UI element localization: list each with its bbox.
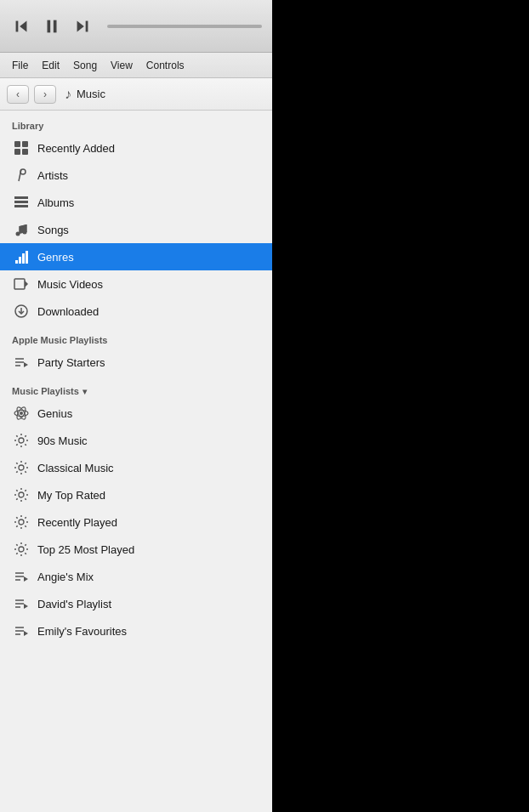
svg-point-37 [19,492,24,497]
library-section-header: Library [0,111,272,134]
classical-music-label: Classical Music [37,462,114,474]
genres-icon [12,247,31,266]
sidebar-item-genres[interactable]: Genres [0,243,272,270]
songs-label: Songs [37,224,69,236]
svg-point-35 [19,438,24,443]
svg-rect-22 [26,251,28,264]
itunes-window: File Edit Song View Controls ‹ › ♪ Music… [0,0,272,812]
mic-icon [12,166,31,185]
grid-icon [12,139,31,157]
sidebar-item-recently-played[interactable]: Recently Played [0,508,272,536]
menu-edit[interactable]: Edit [37,58,65,73]
nav-bar: ‹ › ♪ Music [0,78,272,111]
music-playlists-section-header[interactable]: Music Playlists ▾ [0,376,272,400]
sidebar-item-classical-music[interactable]: Classical Music [0,454,272,481]
svg-point-36 [19,465,24,470]
top-25-most-played-label: Top 25 Most Played [37,543,134,556]
recently-added-label: Recently Added [37,142,115,155]
sidebar: Library Recently Added Artists [0,111,272,812]
90s-music-label: 90s Music [37,434,88,447]
svg-marker-24 [25,281,28,287]
sidebar-item-artists[interactable]: Artists [0,162,272,189]
music-videos-label: Music Videos [37,278,103,291]
playlist-icon [12,353,31,372]
album-icon [12,193,31,212]
menu-controls[interactable]: Controls [141,58,190,73]
genres-label: Genres [37,251,74,264]
svg-rect-19 [15,260,18,264]
gear-icon-5 [12,540,31,559]
sidebar-item-emilys-favourites[interactable]: Emily's Favourites [0,617,272,644]
nav-back-button[interactable]: ‹ [7,85,29,104]
gear-icon-2 [12,458,31,477]
back-arrow-icon: ‹ [16,88,20,100]
my-top-rated-label: My Top Rated [37,489,105,502]
svg-rect-20 [19,257,21,264]
sidebar-item-top-25-most-played[interactable]: Top 25 Most Played [0,536,272,563]
sidebar-item-angies-mix[interactable]: Angie's Mix [0,563,272,590]
apple-music-section-header: Apple Music Playlists [0,325,272,349]
svg-marker-4 [77,20,84,31]
rewind-button[interactable] [10,15,32,37]
gear-icon-1 [12,431,31,450]
gear-icon-4 [12,513,31,531]
sidebar-item-songs[interactable]: Songs [0,216,272,243]
menu-view[interactable]: View [105,58,138,73]
sidebar-item-music-videos[interactable]: Music Videos [0,270,272,298]
svg-marker-47 [24,604,28,609]
svg-marker-51 [24,631,28,636]
svg-rect-14 [14,205,28,207]
sidebar-item-my-top-rated[interactable]: My Top Rated [0,481,272,508]
transport-bar [0,0,272,53]
davids-playlist-label: David's Playlist [37,598,111,610]
playlist-icon-3 [12,594,31,613]
atom-icon [12,404,31,423]
nav-forward-button[interactable]: › [34,85,56,104]
downloaded-label: Downloaded [37,305,99,318]
video-icon [12,275,31,293]
emilys-favourites-label: Emily's Favourites [37,625,127,638]
forward-arrow-icon: › [43,88,47,100]
forward-button[interactable] [71,15,94,37]
albums-label: Albums [37,196,74,209]
pause-button[interactable] [41,15,63,37]
sidebar-item-davids-playlist[interactable]: David's Playlist [0,590,272,617]
svg-marker-30 [24,362,28,367]
svg-marker-43 [24,576,28,582]
playlist-icon-4 [12,622,31,640]
sidebar-item-genius[interactable]: Genius [0,400,272,427]
svg-point-38 [19,520,24,525]
menu-song[interactable]: Song [68,58,102,73]
party-starters-label: Party Starters [37,356,105,369]
playlist-icon-2 [12,567,31,586]
svg-rect-21 [22,253,25,264]
artists-label: Artists [37,169,68,182]
svg-rect-23 [14,279,25,289]
sidebar-item-recently-added[interactable]: Recently Added [0,134,272,162]
svg-rect-3 [54,20,57,32]
svg-point-31 [20,412,23,415]
download-icon [12,302,31,321]
menu-file[interactable]: File [7,58,33,73]
genius-label: Genius [37,407,72,420]
svg-rect-7 [22,141,28,147]
svg-rect-2 [48,20,51,32]
svg-marker-0 [20,20,26,31]
sidebar-item-party-starters[interactable]: Party Starters [0,349,272,376]
svg-rect-5 [86,20,88,31]
menu-bar: File Edit Song View Controls [0,53,272,78]
angies-mix-label: Angie's Mix [37,571,94,583]
svg-point-39 [19,547,24,552]
sidebar-item-90s-music[interactable]: 90s Music [0,427,272,454]
sidebar-item-albums[interactable]: Albums [0,189,272,216]
sidebar-item-downloaded[interactable]: Downloaded [0,298,272,325]
svg-rect-13 [14,201,28,203]
svg-rect-9 [22,149,28,155]
recently-played-label: Recently Played [37,516,117,529]
svg-rect-8 [14,149,20,155]
music-note-icon: ♪ [65,87,71,102]
svg-rect-6 [14,141,20,147]
svg-rect-12 [14,196,28,199]
volume-slider[interactable] [107,25,262,28]
nav-title: Music [77,88,105,100]
